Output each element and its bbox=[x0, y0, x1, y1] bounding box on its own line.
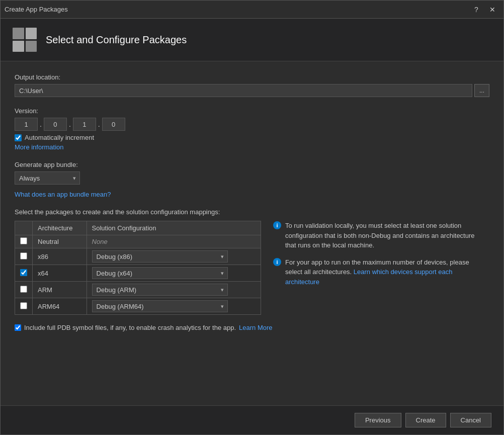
more-info-link[interactable]: More information bbox=[15, 143, 64, 151]
previous-button[interactable]: Previous bbox=[355, 413, 401, 427]
col-solution-config: Solution Configuration bbox=[87, 221, 261, 235]
icon-cell-tl bbox=[13, 28, 24, 39]
row-neutral-checkbox-cell bbox=[15, 235, 33, 248]
row-x64-checkbox-cell bbox=[15, 265, 33, 282]
generate-select[interactable]: Always If needed Never bbox=[15, 171, 80, 185]
info-text-1: To run validation locally, you must sele… bbox=[285, 221, 484, 250]
auto-increment-row: Automatically increment bbox=[15, 134, 489, 141]
page-title: Select and Configure Packages bbox=[46, 34, 187, 46]
arm64-checkbox[interactable] bbox=[20, 302, 27, 309]
generate-select-wrapper: Always If needed Never bbox=[15, 171, 80, 185]
arm64-config-select[interactable]: Debug (ARM64) Release (ARM64) bbox=[92, 300, 228, 312]
icon-cell-bl bbox=[13, 41, 24, 52]
x64-checkbox[interactable] bbox=[20, 269, 27, 276]
x86-config-select[interactable]: Debug (x86) Release (x86) bbox=[92, 250, 228, 263]
arm-checkbox[interactable] bbox=[20, 286, 27, 293]
x86-arch: x86 bbox=[33, 248, 87, 265]
dot-3: . bbox=[98, 120, 100, 128]
package-icon bbox=[13, 28, 37, 52]
browse-button[interactable]: ... bbox=[474, 84, 489, 97]
col-checkbox bbox=[15, 221, 33, 235]
version-inputs: . . . bbox=[15, 118, 489, 131]
row-arm64-checkbox-cell bbox=[15, 298, 33, 315]
icon-cell-tr bbox=[26, 28, 37, 39]
info-panel: i To run validation locally, you must se… bbox=[273, 221, 484, 287]
footer: Previous Create Cancel bbox=[1, 405, 503, 434]
generate-label: Generate app bundle: bbox=[15, 161, 489, 168]
help-button[interactable]: ? bbox=[469, 3, 483, 17]
info-text-2: For your app to run on the maximum numbe… bbox=[285, 257, 484, 287]
dot-2: . bbox=[69, 120, 71, 128]
arm-config: Debug (ARM) Release (ARM) bbox=[87, 282, 261, 298]
app-bundle-link[interactable]: What does an app bundle mean? bbox=[15, 191, 111, 198]
info-icon-2: i bbox=[273, 258, 281, 266]
generate-section: Generate app bundle: Always If needed Ne… bbox=[15, 161, 489, 198]
arm64-config-wrapper: Debug (ARM64) Release (ARM64) bbox=[92, 300, 228, 312]
learn-arch-link[interactable]: Learn which devices support each archite… bbox=[285, 268, 452, 286]
pdb-row: Include full PDB symbol files, if any, t… bbox=[15, 324, 489, 331]
info-icon-1: i bbox=[273, 221, 281, 229]
x64-arch: x64 bbox=[33, 265, 87, 282]
packages-content: Architecture Solution Configuration Neut… bbox=[15, 221, 489, 315]
neutral-arch: Neutral bbox=[33, 235, 87, 248]
arm64-arch: ARM64 bbox=[33, 298, 87, 315]
arm-config-select[interactable]: Debug (ARM) Release (ARM) bbox=[92, 284, 228, 296]
dot-1: . bbox=[40, 120, 42, 128]
pdb-label: Include full PDB symbol files, if any, t… bbox=[24, 324, 236, 331]
table-header-row: Architecture Solution Configuration bbox=[15, 221, 261, 235]
pdb-checkbox[interactable] bbox=[15, 324, 21, 331]
window: Create App Packages ? ✕ Select and Confi… bbox=[0, 0, 504, 435]
neutral-checkbox[interactable] bbox=[20, 237, 27, 244]
neutral-config: None bbox=[87, 235, 261, 248]
x64-config: Debug (x64) Release (x64) bbox=[87, 265, 261, 282]
title-bar-left: Create App Packages bbox=[5, 6, 68, 13]
x64-config-wrapper: Debug (x64) Release (x64) bbox=[92, 267, 228, 279]
output-input[interactable] bbox=[15, 84, 472, 97]
x86-checkbox[interactable] bbox=[20, 252, 27, 259]
output-row: ... bbox=[15, 84, 489, 97]
output-section: Output location: ... bbox=[15, 73, 489, 97]
version-build[interactable] bbox=[73, 118, 96, 131]
close-button[interactable]: ✕ bbox=[485, 3, 499, 17]
info-item-2: i For your app to run on the maximum num… bbox=[273, 257, 484, 287]
packages-table: Architecture Solution Configuration Neut… bbox=[15, 221, 261, 315]
create-button[interactable]: Create bbox=[405, 413, 446, 427]
header-section: Select and Configure Packages bbox=[1, 19, 503, 61]
title-bar: Create App Packages ? ✕ bbox=[1, 1, 503, 19]
table-row: ARM Debug (ARM) Release (ARM) bbox=[15, 282, 261, 298]
arm-config-wrapper: Debug (ARM) Release (ARM) bbox=[92, 284, 228, 296]
packages-label: Select the packages to create and the so… bbox=[15, 208, 489, 216]
version-section: Version: . . . Automatically increment M… bbox=[15, 107, 489, 151]
x86-config-wrapper: Debug (x86) Release (x86) bbox=[92, 250, 228, 263]
version-minor[interactable] bbox=[44, 118, 67, 131]
row-arm-checkbox-cell bbox=[15, 282, 33, 298]
arm-arch: ARM bbox=[33, 282, 87, 298]
table-row: ARM64 Debug (ARM64) Release (ARM64) bbox=[15, 298, 261, 315]
info-item-1: i To run validation locally, you must se… bbox=[273, 221, 484, 250]
version-revision[interactable] bbox=[102, 118, 125, 131]
col-architecture: Architecture bbox=[33, 221, 87, 235]
pdb-learn-more-link[interactable]: Learn More bbox=[239, 324, 272, 331]
packages-section: Select the packages to create and the so… bbox=[15, 208, 489, 331]
auto-increment-label: Automatically increment bbox=[25, 134, 94, 141]
table-row: x64 Debug (x64) Release (x64) bbox=[15, 265, 261, 282]
x64-config-select[interactable]: Debug (x64) Release (x64) bbox=[92, 267, 228, 279]
window-title: Create App Packages bbox=[5, 6, 68, 13]
output-label: Output location: bbox=[15, 73, 489, 81]
icon-cell-br bbox=[26, 41, 37, 52]
x86-config: Debug (x86) Release (x86) bbox=[87, 248, 261, 265]
version-label: Version: bbox=[15, 107, 489, 115]
arm64-config: Debug (ARM64) Release (ARM64) bbox=[87, 298, 261, 315]
title-bar-controls: ? ✕ bbox=[469, 3, 499, 17]
content-area: Output location: ... Version: . . . Auto… bbox=[1, 61, 503, 405]
table-row: x86 Debug (x86) Release (x86) bbox=[15, 248, 261, 265]
version-major[interactable] bbox=[15, 118, 38, 131]
row-x86-checkbox-cell bbox=[15, 248, 33, 265]
auto-increment-checkbox[interactable] bbox=[15, 134, 22, 141]
cancel-button[interactable]: Cancel bbox=[450, 413, 491, 427]
table-row: Neutral None bbox=[15, 235, 261, 248]
